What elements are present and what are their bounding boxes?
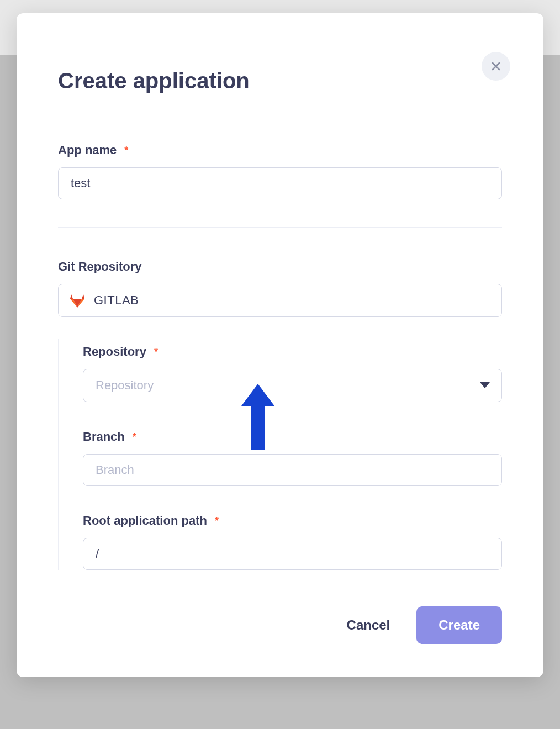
- app-name-input[interactable]: [58, 167, 502, 199]
- git-repository-label: Git Repository: [58, 260, 502, 274]
- repository-placeholder: Repository: [96, 378, 154, 392]
- create-button[interactable]: Create: [416, 606, 502, 644]
- root-path-input[interactable]: [83, 538, 502, 570]
- required-indicator: *: [215, 515, 219, 527]
- repository-label-text: Repository: [83, 345, 146, 359]
- root-path-field-group: Root application path *: [83, 514, 502, 570]
- branch-label-text: Branch: [83, 430, 125, 444]
- git-repository-label-text: Git Repository: [58, 260, 142, 274]
- branch-input[interactable]: [83, 454, 502, 486]
- git-provider-label: GITLAB: [94, 293, 139, 308]
- branch-field-group: Branch *: [83, 430, 502, 486]
- git-repository-section: Git Repository GITLAB Repository *: [58, 260, 502, 570]
- divider: [58, 227, 502, 228]
- cancel-button[interactable]: Cancel: [347, 617, 390, 633]
- required-indicator: *: [133, 431, 136, 443]
- required-indicator: *: [124, 145, 128, 156]
- branch-label: Branch *: [83, 430, 502, 444]
- root-path-label: Root application path *: [83, 514, 502, 528]
- app-name-label-text: App name: [58, 143, 117, 157]
- repository-select[interactable]: Repository: [83, 369, 502, 402]
- close-button[interactable]: [482, 52, 510, 81]
- create-application-modal: Create application App name * Git Reposi…: [17, 13, 543, 677]
- required-indicator: *: [154, 346, 158, 358]
- app-name-field-group: App name *: [58, 143, 502, 199]
- repository-field-group: Repository * Repository: [83, 345, 502, 402]
- modal-footer: Cancel Create: [347, 606, 502, 644]
- close-icon: [489, 60, 503, 73]
- repository-label: Repository *: [83, 345, 502, 359]
- root-path-label-text: Root application path: [83, 514, 207, 528]
- app-name-label: App name *: [58, 143, 502, 157]
- repository-select-wrap: Repository: [83, 369, 502, 402]
- repo-details-section: Repository * Repository Branch *: [58, 339, 502, 570]
- git-provider-select[interactable]: GITLAB: [58, 284, 502, 317]
- modal-title: Create application: [58, 68, 502, 93]
- gitlab-icon: [68, 292, 86, 309]
